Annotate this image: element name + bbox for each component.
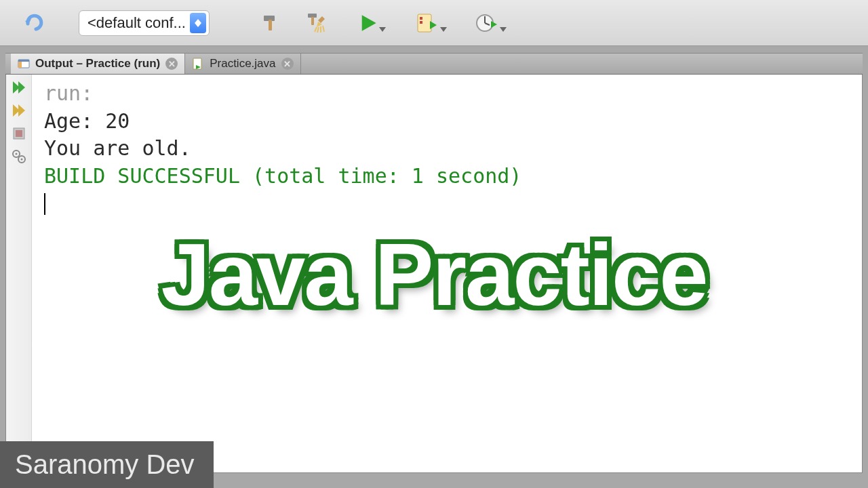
profile-icon (475, 12, 498, 35)
main-toolbar: <default conf... (0, 0, 868, 46)
rerun-button[interactable] (10, 79, 28, 96)
svg-rect-15 (18, 60, 29, 62)
tab-label: Practice.java (210, 57, 275, 70)
rerun-fast-icon (12, 103, 26, 118)
console-line: Age: 20 (44, 108, 850, 136)
run-icon (359, 14, 378, 33)
run-config-label: <default conf... (87, 14, 186, 32)
svg-rect-10 (420, 21, 422, 24)
svg-rect-16 (18, 62, 22, 68)
console-line: BUILD SUCCESSFUL (total time: 1 second) (44, 163, 850, 190)
tab-source-file[interactable]: Practice.java ✕ (185, 54, 300, 74)
clean-build-button[interactable] (302, 8, 332, 38)
tab-output[interactable]: Output – Practice (run) ✕ (11, 54, 185, 74)
build-button[interactable] (256, 8, 285, 38)
close-icon[interactable]: ✕ (281, 58, 294, 70)
channel-watermark: Saranomy Dev (0, 441, 214, 488)
console-line: run: (44, 80, 850, 108)
svg-rect-9 (420, 17, 422, 20)
svg-point-23 (20, 159, 22, 161)
java-file-icon (192, 58, 204, 70)
output-gutter (6, 75, 32, 472)
tab-label: Output – Practice (run) (35, 57, 160, 70)
rerun-icon (12, 80, 26, 95)
dropdown-arrows-icon (190, 13, 206, 33)
svg-line-7 (323, 26, 324, 32)
svg-rect-1 (269, 20, 272, 30)
redo-icon (22, 12, 45, 35)
chevron-down-icon (440, 27, 447, 33)
stop-icon (12, 127, 26, 140)
svg-line-4 (315, 27, 317, 32)
settings-icon (12, 149, 26, 164)
debug-button[interactable] (405, 8, 448, 38)
run-button[interactable] (348, 8, 389, 38)
chevron-down-icon (379, 27, 386, 33)
rerun-fast-button[interactable] (10, 102, 28, 119)
output-settings-button[interactable] (10, 148, 28, 165)
text-cursor (44, 193, 45, 215)
console-output[interactable]: run: Age: 20 You are old. BUILD SUCCESSF… (32, 75, 862, 472)
console-line: You are old. (44, 135, 850, 163)
debug-icon (415, 12, 438, 35)
svg-rect-3 (311, 17, 314, 25)
profile-button[interactable] (465, 8, 508, 38)
output-panel-icon (18, 58, 30, 70)
editor-tabbar: Output – Practice (run) ✕ Practice.java … (5, 53, 863, 75)
svg-point-22 (15, 153, 17, 155)
hammer-icon (259, 12, 282, 35)
chevron-down-icon (500, 27, 507, 33)
run-config-select[interactable]: <default conf... (79, 10, 210, 36)
close-icon[interactable]: ✕ (165, 58, 178, 70)
svg-rect-19 (16, 130, 22, 137)
redo-button[interactable] (19, 8, 49, 38)
clean-build-icon (304, 11, 329, 35)
output-panel: run: Age: 20 You are old. BUILD SUCCESSF… (5, 75, 863, 473)
stop-button[interactable] (10, 125, 28, 142)
